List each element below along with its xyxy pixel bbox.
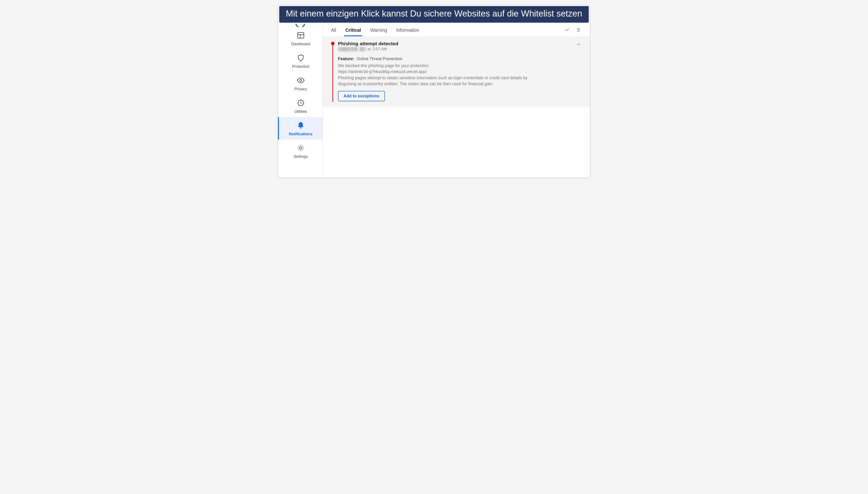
- sidebar-item-label: Settings: [294, 154, 308, 159]
- sidebar: Dashboard Protection Privacy: [278, 24, 323, 178]
- svg-point-3: [300, 79, 302, 81]
- delete-all-button[interactable]: [574, 26, 583, 35]
- promo-banner: Mit einem einzigen Klick kannst Du siche…: [279, 6, 589, 23]
- double-check-icon: [565, 27, 569, 33]
- mark-all-read-button[interactable]: [562, 26, 572, 35]
- feature-label: Feature:: [338, 57, 354, 61]
- clock-gear-icon: [297, 99, 305, 109]
- sidebar-item-privacy[interactable]: Privacy: [278, 72, 323, 95]
- desc-url: https://airbnbr34-g7hkus86g-mekuzd.verce…: [338, 69, 427, 74]
- bell-icon: [297, 121, 305, 132]
- notification-timestamp: at 2:57 AM: [338, 47, 574, 52]
- sidebar-item-label: Notifications: [289, 132, 313, 136]
- app-window: Mit einem einzigen Klick kannst Du siche…: [278, 5, 590, 178]
- main-panel: All Critical Warning Information: [323, 24, 590, 178]
- sidebar-item-utilities[interactable]: Utilities: [278, 95, 323, 117]
- tab-warning[interactable]: Warning: [369, 26, 389, 36]
- logo-shield-icon: [278, 24, 323, 27]
- app-body: Dashboard Protection Privacy: [278, 24, 590, 178]
- notification-feature: Feature: Online Threat Prevention: [338, 57, 574, 61]
- eye-icon: [297, 76, 305, 87]
- severity-timeline: [333, 43, 333, 101]
- svg-point-5: [300, 147, 302, 149]
- tab-bar: All Critical Warning Information: [323, 24, 590, 37]
- sidebar-item-label: Utilities: [295, 109, 307, 114]
- chevron-up-icon: [576, 42, 581, 101]
- tab-all[interactable]: All: [330, 26, 338, 36]
- desc-body: Phishing pages attempt to obtain sensiti…: [338, 76, 527, 86]
- sidebar-item-protection[interactable]: Protection: [278, 50, 323, 72]
- tab-information[interactable]: Information: [395, 26, 421, 36]
- desc-intro: We blocked this phishing page for your p…: [338, 63, 430, 68]
- redacted-date: [360, 47, 365, 51]
- notification-description: We blocked this phishing page for your p…: [338, 63, 540, 87]
- shield-icon: [297, 54, 305, 64]
- notification-title: Phishing attempt detected: [338, 41, 574, 46]
- dashboard-icon: [297, 31, 305, 42]
- promo-banner-text: Mit einem einzigen Klick kannst Du siche…: [284, 8, 584, 19]
- sidebar-item-notifications[interactable]: Notifications: [278, 117, 323, 140]
- add-to-exceptions-button[interactable]: Add to exceptions: [338, 91, 385, 101]
- notification-card: Phishing attempt detected at 2:57 AM Fea…: [323, 37, 590, 107]
- sidebar-item-label: Protection: [292, 64, 310, 69]
- svg-rect-0: [298, 33, 304, 38]
- notification-content: Phishing attempt detected at 2:57 AM Fea…: [338, 41, 574, 101]
- tab-critical[interactable]: Critical: [344, 26, 362, 36]
- time-prefix: at: [367, 47, 371, 52]
- sidebar-item-label: Dashboard: [291, 42, 310, 46]
- time-value: 2:57 AM: [373, 47, 387, 52]
- severity-dot-icon: [331, 42, 335, 45]
- redacted-date: [338, 47, 358, 51]
- sidebar-item-dashboard[interactable]: Dashboard: [278, 27, 323, 50]
- trash-icon: [576, 27, 581, 33]
- feature-value: Online Threat Prevention: [357, 57, 402, 61]
- gear-icon: [297, 144, 305, 154]
- sidebar-item-settings[interactable]: Settings: [278, 140, 323, 162]
- collapse-toggle[interactable]: [574, 41, 583, 101]
- notification-list: Phishing attempt detected at 2:57 AM Fea…: [323, 37, 590, 107]
- sidebar-item-label: Privacy: [294, 87, 307, 91]
